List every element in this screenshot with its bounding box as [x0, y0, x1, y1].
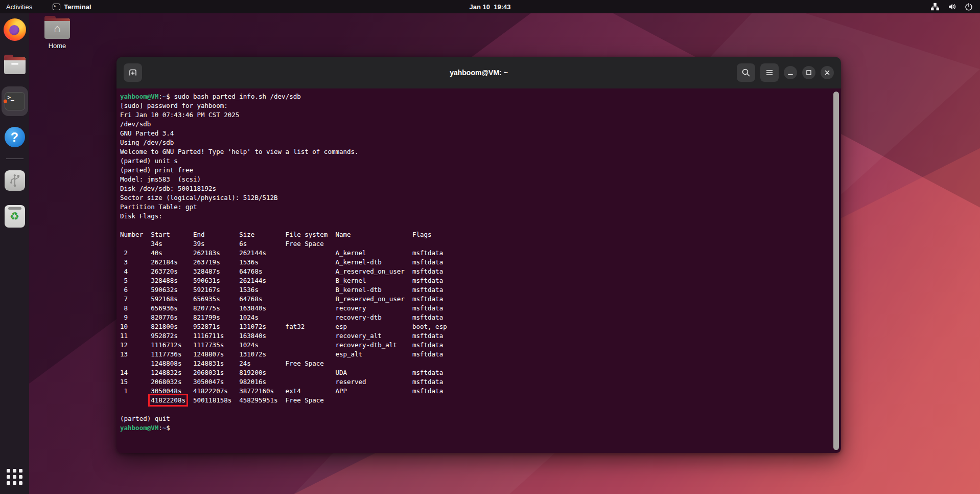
- terminal-line: (parted) print free: [120, 166, 830, 175]
- terminal-line: Fri Jan 10 07:43:46 PM CST 2025: [120, 110, 830, 120]
- terminal-line: 9 820776s 821799s 1024s recovery-dtb msf…: [120, 313, 830, 322]
- home-shortcut-label: Home: [43, 42, 72, 50]
- home-folder-icon: ⌂: [44, 18, 70, 39]
- dock: >_ ? ♻: [0, 13, 29, 494]
- apps-grid-dot: [19, 475, 22, 479]
- dock-separator: [6, 159, 24, 159]
- terminal-line: [sudo] password for yahboom:: [120, 101, 830, 110]
- terminal-app-icon: >: [53, 4, 60, 10]
- maximize-button[interactable]: [802, 66, 815, 79]
- files-icon-dash: [11, 63, 18, 64]
- terminal-content-area[interactable]: yahboom@VM:~$ sudo bash parted_info.sh /…: [116, 88, 841, 453]
- running-indicator-dot: [4, 100, 7, 103]
- terminal-line: 41822208s 500118158s 458295951s Free Spa…: [120, 396, 830, 405]
- titlebar-controls: [737, 63, 834, 82]
- terminal-line: Model: jms583 (scsi): [120, 175, 830, 184]
- terminal-line: 7 592168s 656935s 64768s B_reserved_on_u…: [120, 295, 830, 304]
- search-button[interactable]: [737, 63, 755, 82]
- terminal-titlebar[interactable]: yahboom@VM: ~: [116, 57, 841, 88]
- apps-grid-dot: [13, 475, 16, 479]
- terminal-line: 5 328488s 590631s 262144s B_kernel msftd…: [120, 276, 830, 285]
- terminal-line: 6 590632s 592167s 1536s B_kernel-dtb msf…: [120, 285, 830, 295]
- terminal-line: 1248808s 1248831s 24s Free Space: [120, 359, 830, 368]
- terminal-line: 13 1117736s 1248807s 131072s esp_alt msf…: [120, 350, 830, 359]
- terminal-scrollbar[interactable]: [833, 92, 839, 450]
- dock-item-help[interactable]: ?: [3, 125, 27, 149]
- activities-label: Activities: [6, 3, 32, 11]
- firefox-icon: [4, 18, 26, 41]
- apps-grid-dot: [13, 469, 16, 473]
- terminal-line: 11 952872s 1116711s 163840s recovery_alt…: [120, 331, 830, 341]
- terminal-line: Sector size (logical/physical): 512B/512…: [120, 193, 830, 203]
- apps-grid-dot: [7, 469, 10, 473]
- system-status-area[interactable]: [930, 0, 980, 13]
- activities-button[interactable]: Activities: [0, 0, 38, 13]
- trash-icon: ♻: [5, 205, 25, 228]
- terminal-line: 4 263720s 328487s 64768s A_reserved_on_u…: [120, 267, 830, 276]
- terminal-line: yahboom@VM:~$ sudo bash parted_info.sh /…: [120, 92, 830, 101]
- terminal-text: :: [158, 93, 162, 100]
- terminal-line: Partition Table: gpt: [120, 203, 830, 212]
- terminal-line: [120, 221, 830, 230]
- terminal-line: /dev/sdb: [120, 120, 830, 129]
- terminal-line: 1 3050048s 41822207s 38772160s ext4 APP …: [120, 387, 830, 396]
- terminal-icon: >_: [5, 92, 25, 110]
- power-icon: [964, 3, 973, 11]
- terminal-line: Number Start End Size File system Name F…: [120, 230, 830, 239]
- terminal-line: yahboom@VM:~$: [120, 423, 830, 433]
- new-tab-button[interactable]: [124, 63, 142, 82]
- window-title: yahboom@VM: ~: [450, 69, 508, 77]
- terminal-line: 14 1248832s 2068031s 819200s UDA msftdat…: [120, 368, 830, 377]
- terminal-text: 500118158s 458295951s Free Space: [185, 396, 324, 404]
- dock-item-files[interactable]: [3, 53, 27, 78]
- show-apps-button[interactable]: [7, 469, 22, 485]
- prompt-user-host: yahboom@VM: [120, 424, 158, 432]
- apps-grid-dot: [19, 481, 22, 485]
- terminal-line: (parted) unit s: [120, 156, 830, 166]
- dock-item-firefox[interactable]: [3, 17, 27, 42]
- terminal-line: 2 40s 262183s 262144s A_kernel msftdata: [120, 249, 830, 258]
- top-bar-left: Activities > Terminal: [0, 0, 97, 13]
- volume-icon: [947, 3, 956, 11]
- terminal-line: 34s 39s 6s Free Space: [120, 239, 830, 249]
- help-icon: ?: [5, 127, 25, 147]
- terminal-line: Using /dev/sdb: [120, 138, 830, 147]
- terminal-line: 8 656936s 820775s 163840s recovery msftd…: [120, 304, 830, 313]
- focused-app-menu[interactable]: > Terminal: [48, 0, 96, 13]
- prompt-dollar: $: [166, 93, 170, 100]
- focused-app-label: Terminal: [64, 3, 91, 11]
- prompt-user-host: yahboom@VM: [120, 93, 158, 100]
- terminal-line: Welcome to GNU Parted! Type 'help' to vi…: [120, 147, 830, 156]
- top-bar: Activities > Terminal Jan 10 19:43: [0, 0, 980, 13]
- terminal-output: yahboom@VM:~$ sudo bash parted_info.sh /…: [120, 92, 830, 453]
- menu-button[interactable]: [760, 63, 779, 82]
- apps-grid-dot: [19, 469, 22, 473]
- terminal-text: :: [158, 424, 162, 432]
- clock-menu[interactable]: Jan 10 19:43: [470, 3, 511, 11]
- terminal-line: (parted) quit: [120, 414, 830, 423]
- home-glyph: ⌂: [54, 23, 60, 34]
- command-text: [170, 424, 174, 432]
- terminal-line: Disk Flags:: [120, 212, 830, 221]
- terminal-line: 12 1116712s 1117735s 1024s recovery-dtb_…: [120, 341, 830, 350]
- usb-drive-icon: [5, 170, 25, 191]
- dock-item-trash[interactable]: ♻: [3, 204, 27, 229]
- highlight-box: 41822208s: [151, 396, 185, 404]
- terminal-line: GNU Parted 3.4: [120, 129, 830, 138]
- dock-item-terminal[interactable]: >_: [3, 89, 27, 114]
- desktop-home-shortcut[interactable]: ⌂ Home: [43, 18, 72, 50]
- terminal-line: 15 2068032s 3050047s 982016s reserved ms…: [120, 377, 830, 387]
- command-text: sudo bash parted_info.sh /dev/sdb: [170, 93, 301, 100]
- dock-item-usb-drive[interactable]: [3, 168, 27, 193]
- apps-grid-dot: [7, 481, 10, 485]
- minimize-button[interactable]: [784, 66, 797, 79]
- terminal-line: Disk /dev/sdb: 500118192s: [120, 184, 830, 193]
- apps-grid-dot: [13, 481, 16, 485]
- terminal-line: 3 262184s 263719s 1536s A_kernel-dtb msf…: [120, 258, 830, 267]
- recycle-glyph: ♻: [10, 210, 19, 222]
- terminal-window: yahboom@VM: ~: [116, 57, 841, 453]
- apps-grid-dot: [7, 475, 10, 479]
- close-button[interactable]: [821, 66, 834, 79]
- network-icon: [930, 3, 939, 11]
- files-icon: [4, 57, 26, 74]
